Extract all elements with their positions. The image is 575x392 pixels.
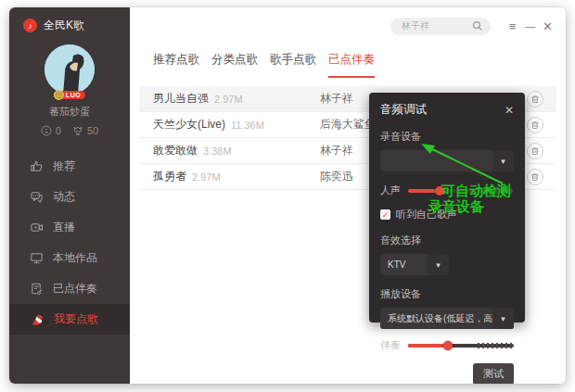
flower-count: 50 bbox=[87, 125, 98, 136]
panel-buttons: 测试 下一步 bbox=[380, 352, 514, 384]
playback-device-value: 系统默认设备(低延迟，高音质) bbox=[380, 312, 492, 325]
vocal-volume-slider[interactable] bbox=[408, 186, 514, 196]
app-window: ♪ 全民K歌 LUO 蕃 bbox=[9, 7, 566, 384]
tab-bar: 推荐点歌 分类点歌 歌手点歌 已点伴奏 bbox=[130, 52, 566, 78]
hear-own-voice-checkbox-row[interactable]: ✓ 听到自己歌声 bbox=[380, 208, 514, 221]
tab-category-order[interactable]: 分类点歌 bbox=[211, 52, 258, 78]
panel-close-icon[interactable]: ✕ bbox=[505, 104, 514, 117]
song-artist: 陈奕迅 bbox=[320, 169, 353, 184]
song-size: 3.38M bbox=[203, 145, 232, 157]
vocal-volume-row: 人声 bbox=[380, 183, 514, 197]
sidebar: ♪ 全民K歌 LUO 蕃 bbox=[9, 7, 130, 384]
sidebar-item-label: 我要点歌 bbox=[54, 311, 98, 327]
delete-song-button[interactable] bbox=[527, 91, 543, 107]
app-title: 全民K歌 bbox=[44, 18, 84, 33]
live-camera-icon bbox=[30, 221, 44, 234]
sidebar-menu: 推荐 动态 直播 bbox=[9, 151, 130, 335]
sidebar-item-label: 已点伴奏 bbox=[53, 281, 97, 297]
trash-icon bbox=[530, 172, 540, 182]
tab-ordered-accompaniment[interactable]: 已点伴奏 bbox=[328, 52, 375, 78]
listener-icon bbox=[41, 125, 52, 136]
sidebar-item-recommend[interactable]: 推荐 bbox=[9, 151, 130, 182]
song-title: 男儿当自强 bbox=[153, 91, 209, 107]
accompaniment-volume-row: 伴奏 bbox=[380, 338, 514, 352]
search-input[interactable] bbox=[402, 21, 472, 32]
slider-thumb[interactable] bbox=[435, 186, 444, 196]
panel-header: 音频调试 ✕ bbox=[380, 102, 514, 118]
minimize-icon[interactable]: — bbox=[521, 21, 539, 32]
accompaniment-volume-slider[interactable] bbox=[408, 341, 514, 350]
checkbox-checked-icon[interactable]: ✓ bbox=[380, 209, 390, 220]
song-list-icon bbox=[30, 282, 44, 296]
tab-singer-order[interactable]: 歌手点歌 bbox=[270, 52, 316, 78]
trash-icon bbox=[530, 146, 540, 156]
thumbs-up-icon bbox=[30, 159, 44, 173]
vocal-label: 人声 bbox=[380, 183, 401, 197]
sidebar-item-local-works[interactable]: 本地作品 bbox=[9, 243, 130, 273]
chevron-down-icon[interactable]: ▾ bbox=[492, 308, 514, 329]
listen-count: 0 bbox=[56, 125, 61, 136]
user-stats: 0 50 bbox=[41, 125, 98, 136]
test-button[interactable]: 测试 bbox=[473, 363, 514, 384]
effect-label: 音效选择 bbox=[380, 234, 514, 247]
song-size: 2.97M bbox=[192, 171, 221, 183]
delete-song-button[interactable] bbox=[527, 117, 543, 133]
sidebar-item-feed[interactable]: 动态 bbox=[9, 182, 130, 212]
avatar-image bbox=[45, 44, 95, 95]
topbar: ≡ — ✕ bbox=[130, 7, 566, 44]
delete-song-button[interactable] bbox=[527, 169, 543, 185]
song-title: 敢爱敢做 bbox=[153, 143, 198, 158]
user-profile: LUO 蕃茄炒蛋 0 bbox=[9, 44, 130, 136]
app-logo-icon: ♪ bbox=[23, 19, 37, 32]
playback-device-select[interactable]: 系统默认设备(低延迟，高音质) ▾ bbox=[380, 308, 514, 329]
coin-icon bbox=[54, 90, 64, 100]
panel-title: 音频调试 bbox=[380, 102, 427, 118]
avatar-wrap: LUO bbox=[45, 44, 95, 100]
close-icon[interactable]: ✕ bbox=[539, 20, 556, 32]
sidebar-item-label: 直播 bbox=[53, 220, 75, 235]
song-title: 天竺少女(Live) bbox=[153, 117, 225, 133]
username[interactable]: 蕃茄炒蛋 bbox=[49, 105, 90, 119]
song-artist: 后海大鲨鱼 bbox=[320, 117, 376, 133]
song-artist: 林子祥 bbox=[320, 91, 353, 107]
sidebar-item-ordered-accompaniment[interactable]: 已点伴奏 bbox=[9, 273, 130, 304]
tab-recommend-order[interactable]: 推荐点歌 bbox=[153, 52, 199, 78]
screen: ♪ 全民K歌 LUO 蕃 bbox=[0, 0, 575, 392]
song-size: 11.36M bbox=[231, 120, 264, 131]
sidebar-item-label: 本地作品 bbox=[53, 250, 97, 266]
app-logo: ♪ 全民K歌 bbox=[9, 7, 130, 37]
record-device-select[interactable]: ▾ bbox=[380, 150, 514, 171]
sidebar-item-order-song[interactable]: 我要点歌 bbox=[9, 304, 130, 335]
accompaniment-label: 伴奏 bbox=[380, 338, 401, 352]
slider-ticks bbox=[478, 188, 514, 194]
avatar[interactable] bbox=[45, 44, 95, 95]
monitor-icon bbox=[30, 251, 44, 265]
flower-icon bbox=[72, 125, 83, 136]
flower-stat: 50 bbox=[72, 125, 98, 136]
sidebar-item-label: 推荐 bbox=[53, 158, 75, 174]
audio-test-panel: 音频调试 ✕ 录音设备 ▾ 人声 ✓ 听到自己歌声 bbox=[369, 93, 525, 322]
slider-ticks bbox=[478, 343, 514, 348]
user-level-badge: LUO bbox=[54, 90, 85, 100]
song-title: 孤勇者 bbox=[153, 169, 186, 184]
playback-device-label: 播放设备 bbox=[380, 287, 514, 301]
chat-bubbles-icon bbox=[30, 190, 44, 204]
microphone-red-icon bbox=[30, 312, 45, 327]
effect-select[interactable]: KTV ▾ bbox=[380, 254, 449, 275]
song-size: 2.97M bbox=[214, 94, 243, 105]
slider-thumb[interactable] bbox=[443, 341, 453, 350]
search-box[interactable] bbox=[390, 18, 491, 35]
checkbox-label: 听到自己歌声 bbox=[396, 208, 457, 221]
sidebar-item-live[interactable]: 直播 bbox=[9, 212, 130, 243]
main-menu-icon[interactable]: ≡ bbox=[504, 20, 521, 32]
chevron-down-icon[interactable]: ▾ bbox=[428, 254, 449, 275]
listen-stat: 0 bbox=[41, 125, 61, 136]
trash-icon bbox=[530, 120, 540, 130]
song-artist: 林子祥 bbox=[320, 143, 353, 158]
effect-value: KTV bbox=[380, 259, 428, 270]
delete-song-button[interactable] bbox=[527, 143, 543, 159]
chevron-down-icon[interactable]: ▾ bbox=[492, 150, 514, 171]
record-device-label: 录音设备 bbox=[380, 130, 514, 144]
trash-icon bbox=[530, 95, 540, 104]
search-icon[interactable] bbox=[472, 20, 483, 32]
